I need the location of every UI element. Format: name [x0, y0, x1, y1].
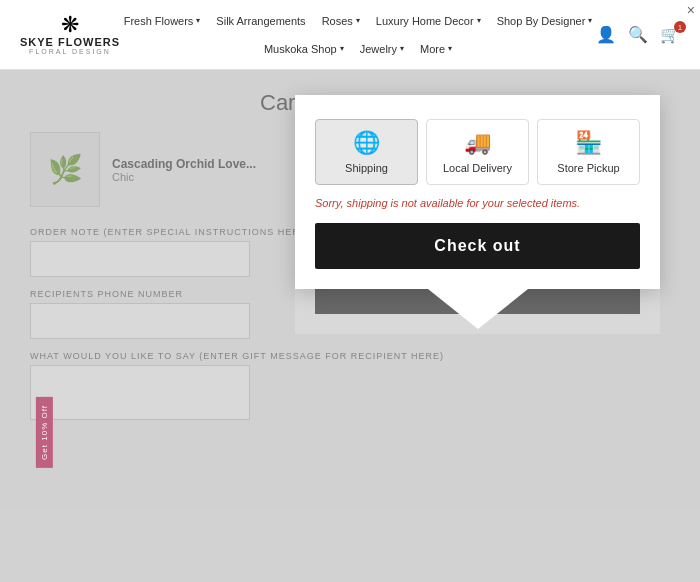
chevron-down-icon: ▾	[477, 16, 481, 25]
nav-shop-by-designer[interactable]: Shop By Designer ▾	[497, 15, 593, 27]
logo-name: Skye Flowers	[20, 36, 120, 48]
header: ❋ Skye Flowers Floral Design Fresh Flowe…	[0, 0, 700, 70]
nav-luxury-home-decor[interactable]: Luxury Home Decor ▾	[376, 15, 481, 27]
store-icon: 🏪	[575, 130, 602, 156]
logo-icon: ❋	[61, 14, 79, 36]
chevron-down-icon: ▾	[588, 16, 592, 25]
cart-badge: 1	[674, 21, 686, 33]
logo-sub: Floral Design	[29, 48, 111, 55]
nav-more[interactable]: More ▾	[420, 43, 452, 55]
side-banner[interactable]: Get 10% Off	[36, 397, 53, 468]
logo[interactable]: ❋ Skye Flowers Floral Design	[20, 14, 120, 55]
nav-fresh-flowers[interactable]: Fresh Flowers ▾	[124, 15, 201, 27]
error-message: Sorry, shipping is not available for you…	[315, 197, 640, 209]
nav-roses[interactable]: Roses ▾	[322, 15, 360, 27]
shipping-tabs: 🌐 Shipping 🚚 Local Delivery 🏪 Store Pick…	[315, 119, 640, 185]
chevron-down-icon: ▾	[448, 44, 452, 53]
tab-shipping[interactable]: 🌐 Shipping	[315, 119, 418, 185]
chevron-down-icon: ▾	[356, 16, 360, 25]
tab-shipping-label: Shipping	[345, 162, 388, 174]
tab-store-pickup[interactable]: 🏪 Store Pickup	[537, 119, 640, 185]
chevron-down-icon: ▾	[340, 44, 344, 53]
nav-muskoka-shop[interactable]: Muskoka Shop ▾	[264, 43, 344, 55]
header-icons: 👤 🔍 🛒 1	[596, 25, 680, 44]
search-icon[interactable]: 🔍	[628, 25, 648, 44]
checkout-button[interactable]: Check out	[315, 223, 640, 269]
chevron-down-icon: ▾	[196, 16, 200, 25]
tab-delivery-label: Local Delivery	[443, 162, 512, 174]
nav-silk-arrangements[interactable]: Silk Arrangements	[216, 15, 305, 27]
truck-icon: 🚚	[464, 130, 491, 156]
cart-icon[interactable]: 🛒 1	[660, 25, 680, 44]
nav-jewelry[interactable]: Jewelry ▾	[360, 43, 404, 55]
chevron-down-icon: ▾	[400, 44, 404, 53]
side-banner-label: Get 10% Off	[40, 405, 49, 460]
close-button[interactable]: ×	[687, 2, 695, 18]
main-nav: Fresh Flowers ▾ Silk Arrangements Roses …	[120, 15, 596, 55]
tab-pickup-label: Store Pickup	[557, 162, 619, 174]
account-icon[interactable]: 👤	[596, 25, 616, 44]
globe-icon: 🌐	[353, 130, 380, 156]
tab-local-delivery[interactable]: 🚚 Local Delivery	[426, 119, 529, 185]
shipping-modal: 🌐 Shipping 🚚 Local Delivery 🏪 Store Pick…	[295, 95, 660, 289]
